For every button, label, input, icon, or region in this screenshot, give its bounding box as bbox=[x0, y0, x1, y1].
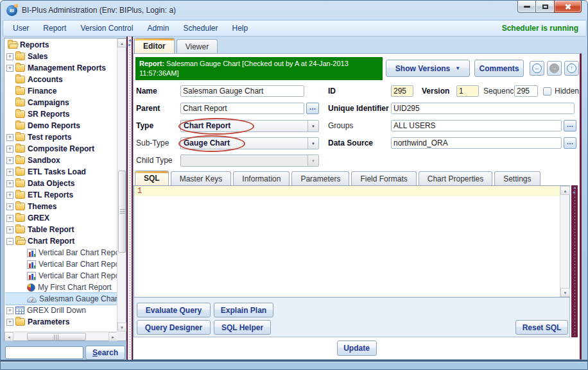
sql-tab-field-formats[interactable]: Field Formats bbox=[351, 171, 416, 185]
splitter-collapse-icon[interactable]: ◄► bbox=[127, 38, 132, 47]
name-field[interactable] bbox=[180, 85, 304, 97]
comments-button[interactable]: Comments bbox=[474, 60, 524, 77]
tree-item[interactable]: +Data Objects bbox=[5, 178, 117, 189]
tree-item[interactable]: +Table Report bbox=[5, 224, 117, 235]
tree-item[interactable]: SR Reports bbox=[5, 108, 117, 120]
evaluate-query-button[interactable]: Evaluate Query bbox=[137, 303, 211, 317]
tree-item[interactable]: +GREX Drill Down bbox=[5, 305, 117, 316]
tree-item[interactable]: +Themes bbox=[5, 201, 117, 212]
query-designer-button[interactable]: Query Designer bbox=[137, 320, 211, 335]
scroll-down-icon[interactable]: ▼ bbox=[117, 323, 126, 332]
tab-viewer[interactable]: Viewer bbox=[177, 39, 218, 53]
tree-item[interactable]: +Management Reports bbox=[5, 62, 117, 74]
expand-toggle-icon[interactable]: − bbox=[6, 238, 13, 245]
expand-toggle-icon[interactable]: + bbox=[6, 157, 13, 164]
tree-item[interactable]: Reports bbox=[5, 39, 117, 51]
tree-item[interactable]: Campaigns bbox=[5, 97, 117, 108]
search-button[interactable]: Search bbox=[85, 346, 125, 360]
tree-item[interactable]: Finance bbox=[5, 85, 117, 97]
groups-field[interactable] bbox=[391, 120, 562, 131]
reset-sql-button[interactable]: Reset SQL bbox=[515, 320, 568, 335]
scroll-up-icon[interactable]: ▲ bbox=[117, 38, 126, 47]
expand-toggle-icon[interactable]: + bbox=[6, 65, 13, 72]
navigate-forward-button[interactable]: → bbox=[547, 61, 562, 76]
scroll-right-icon[interactable]: ► bbox=[108, 332, 117, 341]
dropdown-arrow-icon[interactable]: ▼ bbox=[307, 138, 318, 149]
tree-item[interactable]: +ETL Reports bbox=[5, 189, 117, 201]
data-source-field[interactable] bbox=[391, 137, 562, 149]
expand-toggle-icon[interactable]: + bbox=[6, 319, 13, 326]
minimize-button[interactable] bbox=[517, 1, 536, 13]
sql-tab-master-keys[interactable]: Master Keys bbox=[171, 171, 232, 185]
tree-item[interactable]: Demo Reports bbox=[5, 120, 117, 131]
tree-item[interactable]: +Parameters bbox=[5, 316, 117, 328]
tree-item[interactable]: +Test reports bbox=[5, 131, 117, 143]
menu-item-user[interactable]: User bbox=[6, 21, 36, 36]
tree-item[interactable]: Accounts bbox=[5, 74, 117, 85]
tree-horizontal-scrollbar[interactable]: ◄ ► bbox=[4, 332, 117, 341]
parent-browse-button[interactable]: … bbox=[306, 103, 319, 114]
expand-toggle-icon[interactable]: + bbox=[6, 192, 13, 199]
sql-tab-information[interactable]: Information bbox=[233, 171, 290, 185]
tab-editor[interactable]: Editor bbox=[134, 38, 175, 53]
maximize-button[interactable] bbox=[536, 1, 554, 13]
tree-item[interactable]: +GREX bbox=[5, 212, 117, 224]
tree-vertical-scrollbar[interactable]: ▲ ▼ bbox=[117, 38, 126, 332]
sub-type-dropdown[interactable]: Gauge Chart ▼ bbox=[180, 137, 319, 149]
scroll-down-icon[interactable]: ▼ bbox=[560, 288, 570, 297]
expand-toggle-icon[interactable]: + bbox=[6, 226, 13, 233]
sequence-field[interactable] bbox=[514, 85, 538, 97]
sql-tab-chart-properties[interactable]: Chart Properties bbox=[419, 171, 492, 185]
explain-plan-button[interactable]: Explain Plan bbox=[214, 303, 273, 317]
sql-tab-sql[interactable]: SQL bbox=[135, 171, 169, 185]
sql-splitter[interactable]: ◄► bbox=[571, 185, 578, 337]
tree-item[interactable]: +Sales bbox=[5, 51, 117, 62]
update-button[interactable]: Update bbox=[337, 341, 377, 356]
expand-toggle-icon[interactable]: + bbox=[6, 134, 13, 141]
sql-tab-settings[interactable]: Settings bbox=[494, 171, 540, 185]
close-button[interactable] bbox=[554, 1, 582, 13]
sql-scrollbar[interactable]: ▲ ▼ bbox=[560, 186, 569, 297]
type-dropdown[interactable]: Chart Report ▼ bbox=[180, 120, 319, 132]
sql-tab-parameters[interactable]: Parameters bbox=[291, 171, 349, 185]
child-type-dropdown[interactable]: ▼ bbox=[180, 155, 319, 167]
tree-item[interactable]: +Composite Report bbox=[5, 143, 117, 155]
expand-toggle-icon[interactable]: + bbox=[6, 203, 13, 210]
tree-item[interactable]: Vertical Bar Chart Repo bbox=[5, 270, 117, 282]
tree-item[interactable]: +Sandbox bbox=[5, 155, 117, 166]
expand-toggle-icon[interactable]: + bbox=[6, 307, 13, 314]
menu-item-admin[interactable]: Admin bbox=[140, 21, 176, 36]
navigate-back-button[interactable]: ← bbox=[530, 61, 544, 76]
show-versions-button[interactable]: Show Versions ▼ bbox=[386, 60, 470, 77]
expand-toggle-icon[interactable]: + bbox=[6, 146, 13, 153]
expand-toggle-icon[interactable]: + bbox=[6, 215, 13, 222]
menu-item-help[interactable]: Help bbox=[225, 21, 255, 36]
expand-toggle-icon[interactable]: + bbox=[6, 169, 13, 176]
scrollbar-thumb[interactable] bbox=[27, 333, 86, 341]
scroll-left-icon[interactable]: ◄ bbox=[4, 332, 13, 341]
tree-item[interactable]: +ETL Tasks Load bbox=[5, 166, 117, 178]
menu-item-scheduler[interactable]: Scheduler bbox=[176, 21, 225, 36]
expand-toggle-icon[interactable]: + bbox=[6, 53, 13, 60]
splitter-collapse-icon[interactable]: ◄► bbox=[571, 186, 578, 195]
tree-item[interactable]: Vertical Bar Chart Repo bbox=[5, 247, 117, 258]
sql-editor[interactable]: 1 ▲ ▼ bbox=[134, 185, 570, 298]
tree-item[interactable]: Salesman Gauge Chart bbox=[5, 293, 117, 305]
scrollbar-thumb[interactable] bbox=[118, 171, 126, 253]
parent-field[interactable] bbox=[180, 103, 304, 114]
tree-item[interactable]: −Chart Report bbox=[5, 235, 117, 247]
groups-browse-button[interactable]: … bbox=[564, 120, 576, 131]
panel-splitter[interactable]: ◄► bbox=[126, 37, 133, 361]
unique-identifier-field[interactable] bbox=[391, 103, 575, 114]
menu-item-report[interactable]: Report bbox=[36, 21, 73, 36]
search-input[interactable] bbox=[5, 346, 83, 359]
dropdown-arrow-icon[interactable]: ▼ bbox=[307, 121, 318, 131]
tree-item[interactable]: My First Chart Report bbox=[5, 282, 117, 293]
hidden-checkbox[interactable] bbox=[543, 87, 551, 96]
id-field[interactable] bbox=[391, 85, 413, 97]
navigate-up-button[interactable]: ↑ bbox=[564, 61, 579, 76]
version-field[interactable] bbox=[456, 85, 479, 97]
expand-toggle-icon[interactable]: + bbox=[6, 180, 13, 187]
tree-item[interactable]: Vertical Bar Chart Repo bbox=[5, 258, 117, 270]
sql-helper-button[interactable]: SQL Helper bbox=[214, 320, 271, 335]
